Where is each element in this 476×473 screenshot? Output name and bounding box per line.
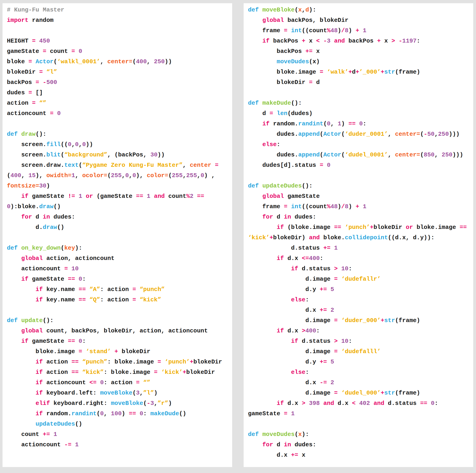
code-line: d.draw() bbox=[7, 222, 232, 233]
code-token: < bbox=[316, 37, 320, 44]
code-token: , bbox=[100, 58, 107, 65]
code-token: 250 bbox=[438, 131, 449, 138]
code-token: if bbox=[36, 369, 43, 376]
code-token: , bbox=[139, 389, 143, 396]
code-token: += bbox=[320, 358, 327, 365]
code-block-left: # Kung-Fu Masterimport random HEIGHT = 4… bbox=[2, 3, 232, 450]
code-token: : bloke.image bbox=[104, 369, 154, 376]
code-token: , bbox=[71, 141, 75, 148]
code-token bbox=[330, 37, 334, 44]
code-token: ‘dudel_000’ bbox=[341, 389, 381, 396]
code-token: d bbox=[273, 441, 284, 448]
code-token: = bbox=[334, 276, 338, 283]
code-token: , bbox=[302, 6, 306, 13]
code-token: blokeDir bbox=[7, 69, 39, 75]
code-token: 0 bbox=[57, 110, 61, 117]
code-token: moveBloke bbox=[111, 400, 143, 407]
code-token: ”r” bbox=[157, 400, 168, 407]
code-token: 3 bbox=[327, 37, 330, 44]
code-token: ’_000’ bbox=[359, 69, 381, 75]
code-token: + bbox=[381, 389, 384, 396]
code-line: else: bbox=[248, 367, 473, 378]
code-token: 1 bbox=[53, 431, 57, 438]
code-token: 400 bbox=[306, 327, 316, 334]
code-token: , (backPos, bbox=[107, 151, 150, 158]
code-token: “” bbox=[39, 100, 46, 107]
code-token bbox=[136, 410, 140, 417]
code-token: if bbox=[36, 358, 43, 365]
code-token: = bbox=[320, 69, 323, 75]
code-token bbox=[7, 255, 21, 262]
code-token: = bbox=[334, 348, 338, 355]
code-token: (bloke.image bbox=[284, 224, 334, 231]
code-token: 0 bbox=[431, 400, 435, 407]
code-token: 398 bbox=[309, 400, 320, 407]
code-token: : bloke.image bbox=[107, 358, 157, 365]
code-token bbox=[338, 265, 341, 272]
code-token: = bbox=[71, 48, 75, 55]
code-token: <= bbox=[302, 255, 309, 262]
code-token: append bbox=[298, 151, 320, 158]
code-token: > bbox=[302, 327, 306, 334]
code-token: ”l” bbox=[143, 389, 154, 396]
code-token: ( bbox=[295, 6, 298, 13]
code-token: backPos bbox=[248, 48, 306, 55]
code-token: + bbox=[370, 224, 374, 231]
code-token: else bbox=[291, 369, 305, 376]
code-token: = bbox=[270, 110, 273, 117]
code-line: if actioncount <= 0: action = “” bbox=[7, 378, 232, 388]
code-line: d.image = ‘dudel_000’+str(frame) bbox=[248, 388, 473, 398]
code-token: gameState bbox=[29, 193, 68, 200]
code-token: bloke.image bbox=[7, 348, 79, 355]
code-token bbox=[248, 193, 262, 200]
code-token: ( bbox=[107, 172, 111, 179]
code-token: (): bbox=[302, 182, 313, 189]
code-token: , bbox=[104, 410, 111, 417]
code-token: - bbox=[147, 400, 151, 407]
code-line: def makeDude(): bbox=[248, 98, 473, 108]
code-token bbox=[327, 307, 330, 314]
code-token: if bbox=[277, 327, 284, 334]
code-token: 1 bbox=[147, 193, 151, 200]
code-token: : bbox=[82, 276, 86, 283]
code-token bbox=[341, 224, 345, 231]
code-token: += bbox=[320, 286, 327, 293]
code-token bbox=[79, 369, 82, 376]
code-line: global action, actioncount bbox=[7, 253, 232, 264]
code-line: dudes[d].status = 0 bbox=[248, 160, 473, 170]
code-token: 255 bbox=[186, 172, 197, 179]
code-token: ‘duder_000’ bbox=[341, 317, 381, 324]
code-token: ( bbox=[320, 131, 323, 138]
code-token: dudes: bbox=[291, 441, 316, 448]
code-token: + bbox=[348, 69, 352, 75]
code-token: = bbox=[320, 162, 323, 169]
code-line: if d.status > 10: bbox=[248, 336, 473, 346]
code-token: > bbox=[334, 265, 338, 272]
code-token bbox=[338, 348, 341, 355]
code-line: elif keyboard.right: moveBloke(-3,”r”) bbox=[7, 398, 232, 409]
code-token: - bbox=[424, 131, 427, 138]
code-token bbox=[320, 37, 323, 44]
code-token: “A” bbox=[89, 286, 100, 293]
code-token: 100 bbox=[111, 410, 122, 417]
code-token: d.x bbox=[334, 400, 352, 407]
code-token: 2 bbox=[330, 379, 334, 386]
code-token: 1 bbox=[71, 172, 75, 179]
code-token: if bbox=[21, 193, 28, 200]
code-token: str bbox=[384, 317, 395, 324]
code-line: if action == “kick”: bloke.image = ‘kick… bbox=[7, 367, 232, 378]
code-line: # Kung-Fu Master bbox=[7, 5, 232, 15]
code-line: if backPos + x < -3 and backPos + x > -1… bbox=[248, 36, 473, 46]
code-token: ) bbox=[46, 182, 50, 189]
code-token: ( bbox=[341, 131, 345, 138]
code-token bbox=[356, 120, 359, 127]
code-token: random bbox=[29, 17, 53, 24]
code-token: d.status bbox=[384, 400, 420, 407]
code-token: def bbox=[248, 6, 262, 13]
code-token: ‘kick’ bbox=[248, 234, 270, 241]
code-token bbox=[36, 100, 39, 107]
code-token: “Pygame Zero Kung-Fu Master” bbox=[82, 162, 183, 169]
code-token: d bbox=[352, 69, 356, 75]
code-line: updateDudes() bbox=[7, 419, 232, 429]
code-token bbox=[75, 193, 79, 200]
